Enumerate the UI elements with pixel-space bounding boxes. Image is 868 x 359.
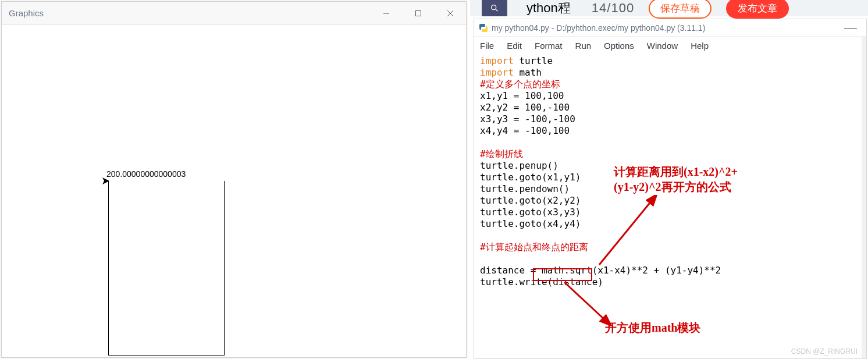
scrollbar[interactable]	[862, 37, 866, 358]
idle-minimize-icon[interactable]: —	[839, 20, 862, 35]
code-keyword: import	[480, 55, 514, 66]
graphics-title: Graphics	[2, 8, 370, 18]
menu-file[interactable]: File	[480, 41, 494, 51]
code-text: math	[514, 67, 542, 78]
code-line: distance = math.sqrt(x1-x4)**2 + (y1-y4)…	[480, 265, 721, 276]
code-line: turtle.penup()	[480, 160, 558, 171]
menu-run[interactable]: Run	[575, 41, 592, 51]
code-comment: #定义多个点的坐标	[480, 79, 560, 90]
page-heading-partial: ython程	[527, 0, 571, 17]
svg-point-5	[492, 5, 496, 10]
annotation-math: 开方使用math模块	[605, 320, 700, 335]
minimize-button[interactable]	[370, 2, 402, 24]
annotation-line1: 计算距离用到(x1-x2)^2+	[614, 165, 738, 178]
watermark: CSDN @Z_RINGRUI	[791, 347, 858, 356]
search-icon[interactable]	[482, 0, 507, 16]
code-line: x4,y4 = -100,100	[480, 125, 570, 136]
save-draft-button[interactable]: 保存草稿	[649, 0, 712, 19]
annotation-line2: (y1-y2)^2再开方的公式	[614, 180, 731, 193]
menu-options[interactable]: Options	[604, 41, 634, 51]
browser-top-bar: ython程 14/100 保存草稿 发布文章	[470, 0, 868, 16]
graphics-window: Graphics 200.00000000000003	[1, 1, 467, 358]
svg-line-6	[496, 9, 497, 11]
svg-rect-1	[415, 10, 421, 16]
turtle-path	[108, 181, 225, 356]
window-controls	[370, 2, 466, 24]
close-button[interactable]	[434, 2, 466, 24]
code-line: turtle.pendown()	[480, 183, 570, 194]
python-icon	[479, 23, 488, 33]
code-line: x3,y3 = -100,-100	[480, 113, 575, 125]
menu-help[interactable]: Help	[691, 41, 709, 51]
code-line: turtle.goto(x1,y1)	[480, 172, 581, 183]
code-editor[interactable]: import turtle import math #定义多个点的坐标 x1,y…	[474, 54, 866, 358]
code-line: x2,y2 = 100,-100	[480, 102, 570, 113]
code-line: turtle.goto(x4,y4)	[480, 218, 581, 229]
idle-titlebar[interactable]: my python04.py - D:/pyhthon.exec/my pyth…	[474, 19, 866, 37]
graphics-titlebar[interactable]: Graphics	[2, 2, 466, 25]
highlight-box	[533, 268, 592, 281]
menu-format[interactable]: Format	[535, 41, 563, 51]
code-comment: #计算起始点和终点的距离	[480, 241, 588, 253]
code-line: turtle.goto(x3,y3)	[480, 207, 581, 218]
turtle-canvas: 200.00000000000003	[2, 25, 466, 357]
idle-title: my python04.py - D:/pyhthon.exec/my pyth…	[492, 23, 839, 33]
maximize-button[interactable]	[402, 2, 434, 24]
publish-button[interactable]: 发布文章	[726, 0, 789, 19]
menu-window[interactable]: Window	[647, 41, 678, 51]
annotation-formula: 计算距离用到(x1-x2)^2+ (y1-y2)^2再开方的公式	[614, 164, 738, 194]
code-line: turtle.goto(x2,y2)	[480, 195, 581, 206]
code-line: x1,y1 = 100,100	[480, 90, 564, 101]
code-keyword: import	[480, 67, 514, 78]
code-comment: #绘制折线	[480, 148, 523, 159]
menu-edit[interactable]: Edit	[507, 41, 522, 51]
turtle-output-text: 200.00000000000003	[106, 169, 186, 179]
page-counter: 14/100	[592, 1, 634, 16]
code-text: turtle	[514, 55, 553, 66]
idle-menubar: File Edit Format Run Options Window Help	[474, 37, 866, 54]
